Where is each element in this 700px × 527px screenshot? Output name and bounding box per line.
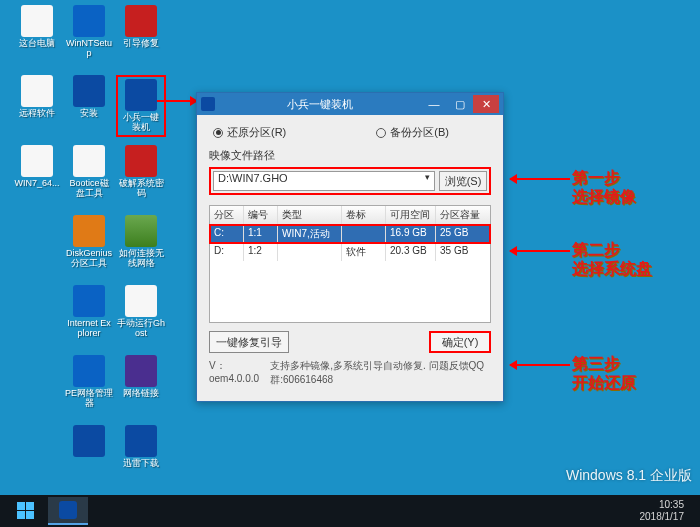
clock-time: 10:35 (640, 499, 685, 511)
desktop-icon-win7-64[interactable]: WIN7_64... (12, 145, 62, 207)
nt-pwd-icon (125, 145, 157, 177)
sgi-icon (73, 425, 105, 457)
icon-label: PE网络管理器 (65, 389, 113, 409)
icon-label: 网络链接 (123, 389, 159, 399)
callout-step-1: 第一步 选择镜像 (572, 168, 700, 208)
desktop-icon-winntsetup[interactable]: WinNTSetup (64, 5, 114, 67)
repair-boot-button[interactable]: 一键修复引导 (209, 331, 289, 353)
icon-label: 安装 (80, 109, 98, 119)
ghost-icon (125, 285, 157, 317)
wifi-icon (125, 215, 157, 247)
svg-rect-2 (17, 511, 25, 519)
arrow-icon (510, 178, 570, 180)
titlebar[interactable]: 小兵一键装机 — ▢ ✕ (197, 93, 503, 115)
desktop-icon-this-pc[interactable]: 这台电脑 (12, 5, 62, 67)
image-path-input[interactable]: D:\WIN7.GHO ▾ (213, 171, 435, 191)
svg-rect-1 (26, 502, 34, 510)
svg-rect-3 (26, 511, 34, 519)
bootice-icon (73, 145, 105, 177)
desktop-icon-wifi[interactable]: 如何连接无线网络 (116, 215, 166, 277)
radio-dot-icon (376, 128, 386, 138)
ok-button[interactable]: 确定(Y) (429, 331, 491, 353)
xiaobing-icon (125, 79, 157, 111)
winntsetup-icon (73, 5, 105, 37)
boot-repair-icon (125, 5, 157, 37)
installer-icon (73, 75, 105, 107)
callout-step-3: 第三步 开始还原 (572, 354, 700, 394)
arrow-icon (510, 250, 570, 252)
desktop-icon-xiaobing[interactable]: 小兵一键装机 (116, 75, 166, 137)
icon-label: 远程软件 (19, 109, 55, 119)
radio-restore[interactable]: 还原分区(R) (213, 125, 286, 140)
desktop-icon-boot-repair[interactable]: 引导修复 (116, 5, 166, 67)
image-path-row: D:\WIN7.GHO ▾ 浏览(S) (209, 167, 491, 195)
dropdown-caret-icon[interactable]: ▾ (425, 172, 430, 182)
partition-table: 分区 编号 类型 卷标 可用空间 分区容量 C:1:1WIN7,活动16.9 G… (209, 205, 491, 323)
icon-label: 如何连接无线网络 (117, 249, 165, 269)
xunlei-icon (125, 425, 157, 457)
status-bar: V：oem4.0.0.0 支持多种镜像,多系统引导自动修复. 问题反馈QQ群:6… (209, 359, 491, 387)
window-title: 小兵一键装机 (219, 97, 421, 112)
start-button[interactable] (6, 497, 46, 525)
callout-step-2: 第二步 选择系统盘 (572, 240, 700, 280)
close-button[interactable]: ✕ (473, 95, 499, 113)
icon-label: WIN7_64... (14, 179, 59, 189)
maximize-button[interactable]: ▢ (447, 95, 473, 113)
desktop-icon-installer[interactable]: 安装 (64, 75, 114, 137)
icon-label: 小兵一键装机 (120, 113, 162, 133)
minimize-button[interactable]: — (421, 95, 447, 113)
taskbar-app-xiaobing[interactable] (48, 497, 88, 525)
app-dialog: 小兵一键装机 — ▢ ✕ 还原分区(R) 备份分区(B) 映像文件路径 (196, 92, 504, 402)
desktop-icon-diskgenius[interactable]: DiskGenius分区工具 (64, 215, 114, 277)
radio-backup[interactable]: 备份分区(B) (376, 125, 449, 140)
desktop-icon-nt-pwd[interactable]: 破解系统密码 (116, 145, 166, 207)
app-icon (59, 501, 77, 519)
arrow-icon (510, 364, 570, 366)
icon-label: 这台电脑 (19, 39, 55, 49)
icon-label: WinNTSetup (65, 39, 113, 59)
radio-dot-icon (213, 128, 223, 138)
icon-label: 迅雷下载 (123, 459, 159, 469)
remote-soft-icon (21, 75, 53, 107)
browse-button[interactable]: 浏览(S) (439, 171, 487, 191)
taskbar[interactable]: 10:35 2018/1/17 (0, 495, 700, 527)
desktop-icon-remote-soft[interactable]: 远程软件 (12, 75, 62, 137)
clock-date: 2018/1/17 (640, 511, 685, 523)
desktop-icon-ie[interactable]: Internet Explorer (64, 285, 114, 347)
net-link-icon (125, 355, 157, 387)
partition-row[interactable]: D:1:2软件20.3 GB35 GB (210, 243, 490, 261)
svg-rect-0 (17, 502, 25, 510)
win7-64-icon (21, 145, 53, 177)
icon-label: Bootice磁盘工具 (65, 179, 113, 199)
desktop-icon-ghost[interactable]: 手动运行Ghost (116, 285, 166, 347)
path-label: 映像文件路径 (209, 148, 491, 163)
desktop-icon-grid: 这台电脑WinNTSetup引导修复远程软件安装小兵一键装机WIN7_64...… (12, 5, 166, 487)
desktop-icon-bootice[interactable]: Bootice磁盘工具 (64, 145, 114, 207)
app-icon (201, 97, 215, 111)
icon-label: 破解系统密码 (117, 179, 165, 199)
icon-label: DiskGenius分区工具 (65, 249, 113, 269)
icon-label: Internet Explorer (65, 319, 113, 339)
desktop-icon-xunlei[interactable]: 迅雷下载 (116, 425, 166, 487)
diskgenius-icon (73, 215, 105, 247)
desktop-icon-pe-net[interactable]: PE网络管理器 (64, 355, 114, 417)
windows-logo-icon (17, 502, 35, 520)
os-watermark: Windows 8.1 企业版 (566, 467, 692, 485)
this-pc-icon (21, 5, 53, 37)
pe-net-icon (73, 355, 105, 387)
icon-label: 引导修复 (123, 39, 159, 49)
system-tray[interactable]: 10:35 2018/1/17 (640, 499, 695, 523)
desktop-icon-sgi[interactable] (64, 425, 114, 487)
icon-label: 手动运行Ghost (117, 319, 165, 339)
ie-icon (73, 285, 105, 317)
partition-row[interactable]: C:1:1WIN7,活动16.9 GB25 GB (210, 225, 490, 243)
table-header: 分区 编号 类型 卷标 可用空间 分区容量 (210, 206, 490, 225)
desktop-icon-net-link[interactable]: 网络链接 (116, 355, 166, 417)
desktop: 这台电脑WinNTSetup引导修复远程软件安装小兵一键装机WIN7_64...… (0, 0, 700, 527)
arrow-icon-to-dialog (157, 100, 197, 102)
